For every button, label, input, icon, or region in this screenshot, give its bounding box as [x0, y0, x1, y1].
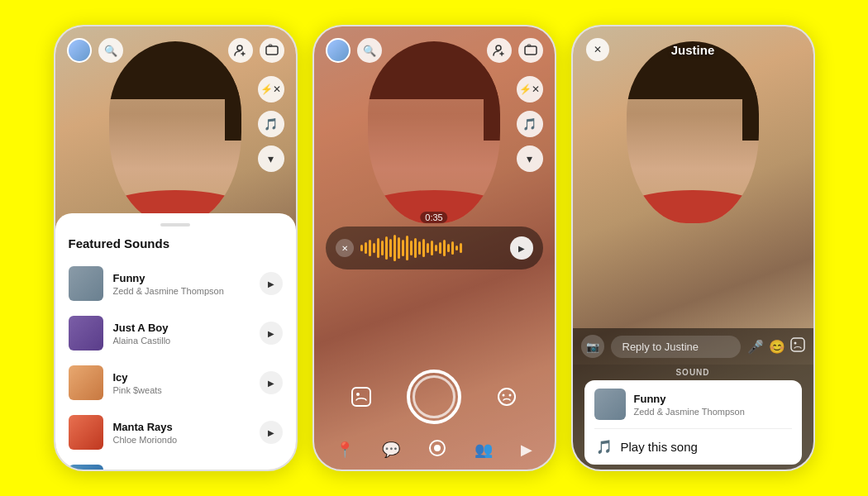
main-container: 🔍 ⚡✕	[37, 8, 832, 488]
sound-card-song-artist: Zedd & Jasmine Thompson	[634, 407, 745, 417]
camera-icon-reply[interactable]: 📷	[581, 335, 604, 358]
reply-input-bar: 📷 Reply to Justine 🎤 😊	[573, 328, 813, 365]
song-item-just-a-boy[interactable]: Just A Boy Alaina Castillo ▶	[55, 308, 296, 358]
friends-nav-icon[interactable]: 👥	[475, 441, 493, 459]
svg-point-3	[496, 45, 501, 50]
play-btn-icy[interactable]: ▶	[260, 371, 283, 394]
sound-section: SOUND Funny Zedd & Jasmine Thompson 🎵 Pl…	[573, 365, 813, 470]
right-icons-1: ⚡✕ 🎵 ▾	[258, 76, 284, 172]
reply-input-field[interactable]: Reply to Justine	[611, 336, 741, 358]
bottom-nav-2: 📍 💬 👥 ▶	[314, 430, 555, 470]
waveform-bars	[360, 235, 503, 261]
switch-camera-icon-1[interactable]	[260, 38, 284, 63]
capture-inner	[413, 375, 455, 418]
song-name-funny: Funny	[113, 272, 250, 284]
svg-point-8	[498, 389, 515, 405]
username-label: Justine	[671, 43, 715, 57]
close-button-3[interactable]: ✕	[586, 38, 609, 61]
recording-time: 0:35	[420, 212, 447, 223]
switch-camera-icon-2[interactable]	[518, 38, 543, 63]
phone-1: 🔍 ⚡✕	[54, 25, 298, 471]
song-name-icy: Icy	[113, 371, 250, 384]
phone-2: 🔍 ⚡✕	[312, 25, 556, 471]
play-btn-call[interactable]: ▶	[260, 470, 283, 471]
location-nav-icon[interactable]: 📍	[336, 441, 354, 459]
play-nav-icon[interactable]: ▶	[521, 441, 532, 459]
song-name-manta: Manta Rays	[113, 421, 250, 433]
sound-card-top: Funny Zedd & Jasmine Thompson	[584, 380, 802, 428]
svg-rect-13	[791, 338, 804, 351]
svg-point-9	[503, 394, 505, 397]
sticker-icon[interactable]	[346, 381, 377, 413]
play-btn-manta[interactable]: ▶	[260, 421, 283, 444]
song-thumb-boy	[69, 316, 103, 351]
chat-nav-icon[interactable]: 💬	[382, 441, 400, 459]
song-item-call[interactable]: Can I Call You Tonight Dayglow ▶	[55, 457, 296, 471]
song-name-boy: Just A Boy	[113, 322, 250, 334]
svg-point-10	[509, 394, 512, 397]
sound-label: SOUND	[584, 368, 802, 377]
song-name-call: Can I Call You Tonight	[113, 470, 250, 472]
play-btn-boy[interactable]: ▶	[260, 322, 283, 345]
song-item-manta[interactable]: Manta Rays Chloe Moriondo ▶	[55, 408, 296, 457]
mic-icon-reply[interactable]: 🎤	[747, 339, 764, 355]
svg-rect-5	[527, 45, 531, 46]
song-artist-boy: Alaina Castillo	[113, 336, 250, 346]
avatar-1[interactable]	[67, 38, 92, 63]
sticker-icon-reply[interactable]	[790, 337, 805, 355]
bottom-actions-2	[314, 370, 555, 424]
sound-card: Funny Zedd & Jasmine Thompson 🎵 Play thi…	[584, 380, 802, 465]
face-silhouette-3	[627, 41, 759, 223]
song-item-icy[interactable]: Icy Pink $weats ▶	[55, 358, 296, 408]
waveform-bar-area: ✕	[326, 227, 543, 269]
song-artist-funny: Zedd & Jasmine Thompson	[113, 286, 250, 296]
avatar-2[interactable]	[326, 38, 351, 63]
sound-card-song-name: Funny	[634, 393, 745, 405]
search-icon-1[interactable]: 🔍	[98, 38, 123, 63]
play-btn-funny[interactable]: ▶	[260, 272, 283, 295]
waveform-cancel-btn[interactable]: ✕	[336, 239, 354, 257]
svg-rect-6	[352, 388, 370, 406]
add-friend-icon-1[interactable]	[228, 38, 253, 63]
chevron-down-icon-2[interactable]: ▾	[517, 145, 543, 172]
chevron-down-icon-1[interactable]: ▾	[258, 145, 284, 172]
waveform-play-btn[interactable]: ▶	[510, 236, 533, 260]
emoji-icon-reply[interactable]: 😊	[769, 339, 785, 355]
song-artist-manta: Chloe Moriondo	[113, 435, 250, 445]
phone-3: ✕ Justine 📷 Reply to Justine 🎤 😊	[571, 25, 815, 471]
top-bar-2: 🔍	[314, 38, 555, 63]
capture-button[interactable]	[407, 370, 461, 424]
sheet-title: Featured Sounds	[55, 236, 296, 259]
svg-point-0	[237, 45, 242, 50]
music-icon-2[interactable]: 🎵	[517, 111, 543, 137]
svg-rect-1	[266, 46, 278, 55]
phone3-bottom-area: 📷 Reply to Justine 🎤 😊 SOUND	[573, 328, 813, 470]
song-thumb-call	[69, 465, 103, 471]
top-bar-3: ✕ Justine	[573, 38, 813, 61]
song-thumb-icy	[69, 365, 103, 400]
music-icon-1[interactable]: 🎵	[258, 111, 284, 137]
waveform-container: 0:35 ✕	[326, 227, 543, 269]
flash-icon-1[interactable]: ⚡✕	[258, 76, 284, 103]
top-bar-1: 🔍	[55, 38, 296, 63]
song-artist-icy: Pink $weats	[113, 385, 250, 395]
svg-rect-2	[269, 45, 272, 46]
add-friend-icon-2[interactable]	[487, 38, 512, 63]
music-note-icon: 🎵	[596, 439, 613, 455]
song-thumb-funny	[69, 266, 103, 301]
song-item-funny[interactable]: Funny Zedd & Jasmine Thompson ▶	[55, 259, 296, 308]
emoji-icon[interactable]	[491, 381, 522, 413]
sheet-handle	[160, 223, 190, 227]
featured-sounds-sheet: Featured Sounds Funny Zedd & Jasmine Tho…	[55, 213, 296, 470]
svg-point-7	[356, 393, 360, 396]
camera-nav-icon[interactable]	[428, 439, 446, 461]
svg-rect-4	[525, 46, 537, 55]
search-icon-2[interactable]: 🔍	[357, 38, 382, 63]
sound-card-thumb	[594, 389, 626, 420]
svg-point-14	[794, 342, 796, 345]
right-icons-2: ⚡✕ 🎵 ▾	[517, 76, 543, 172]
song-thumb-manta	[69, 415, 103, 450]
flash-icon-2[interactable]: ⚡✕	[517, 76, 543, 103]
play-this-song-label: Play this song	[621, 440, 698, 454]
play-this-song-row[interactable]: 🎵 Play this song	[584, 429, 802, 465]
